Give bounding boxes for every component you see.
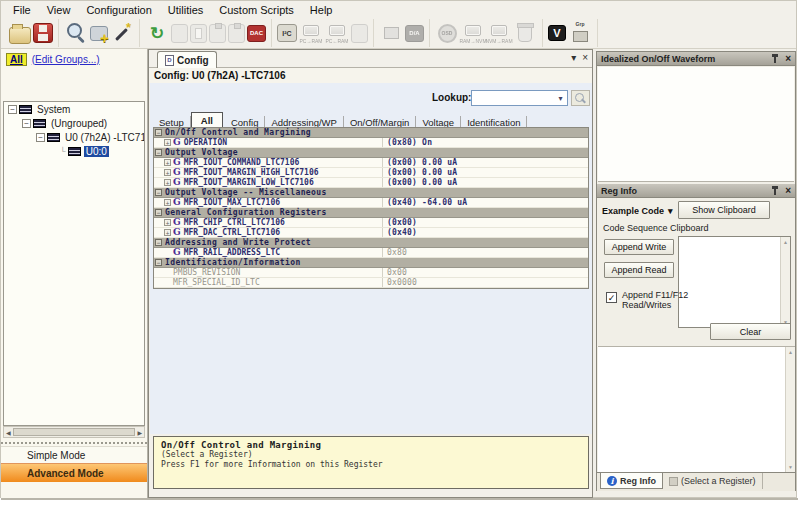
menu-custom-scripts[interactable]: Custom Scripts bbox=[211, 3, 302, 17]
append-f11-f12-label: Append F11/F12 Read/Writes bbox=[622, 290, 688, 310]
dac-utility-button[interactable]: DAC bbox=[247, 25, 266, 42]
menu-utilities[interactable]: Utilities bbox=[160, 3, 211, 17]
config-tab[interactable]: D Config bbox=[157, 51, 217, 68]
ram-utility-button bbox=[351, 24, 368, 43]
code-sequence-clipboard-textarea[interactable]: ▲▼ bbox=[678, 236, 791, 328]
register-value: (0x00) 0.00 uA bbox=[383, 158, 588, 167]
register-group-header[interactable]: −On/Off Control and Margining bbox=[154, 128, 588, 138]
tree-node-u0-7h2a-ltc7106[interactable]: −U0 (7h2A) -LTC7106 bbox=[4, 130, 144, 144]
register-row-operation[interactable]: +GOPERATION(0x80) On bbox=[154, 138, 588, 148]
go-online-button[interactable]: ↻ bbox=[145, 21, 169, 45]
group-commands-button[interactable]: Grp bbox=[568, 21, 592, 45]
open-config-button[interactable] bbox=[9, 27, 31, 44]
tree-node-system[interactable]: −System bbox=[4, 102, 144, 116]
scrollbar-thumb[interactable] bbox=[13, 428, 136, 436]
append-f11-f12-checkbox[interactable]: ✓ bbox=[606, 292, 617, 303]
close-icon[interactable]: × bbox=[582, 52, 588, 63]
register-row-mfr-iout-command-ltc7106[interactable]: +GMFR_IOUT_COMMAND_LTC7106(0x00) 0.00 uA bbox=[154, 158, 588, 168]
tree-collapse-icon[interactable]: − bbox=[22, 119, 31, 128]
tree-collapse-icon[interactable]: − bbox=[36, 133, 45, 142]
application-window: FileViewConfigurationUtilitiesCustom Scr… bbox=[0, 0, 797, 498]
expand-icon[interactable]: + bbox=[164, 159, 171, 166]
clipboard-scrollbar[interactable]: ▲▼ bbox=[780, 237, 790, 327]
info-icon: i bbox=[607, 476, 617, 486]
config-title: Config: U0 (7h2A) -LTC7106 bbox=[149, 68, 592, 83]
expand-icon[interactable]: + bbox=[164, 169, 171, 176]
lookup-search-button[interactable] bbox=[571, 90, 590, 106]
find-register-button[interactable] bbox=[64, 21, 88, 45]
scroll-right-icon[interactable]: ▶ bbox=[137, 429, 142, 436]
tree-collapse-icon[interactable]: − bbox=[8, 105, 17, 114]
register-value: (0x00) 0.00 uA bbox=[383, 178, 588, 187]
group-collapse-icon[interactable]: − bbox=[155, 149, 162, 156]
menu-view[interactable]: View bbox=[39, 3, 79, 17]
register-row-mfr-iout-margin-high-ltc7106[interactable]: +GMFR_IOUT_MARGIN_HIGH_LTC7106(0x00) 0.0… bbox=[154, 168, 588, 178]
dock-tab-select-a-register[interactable]: (Select a Register) bbox=[663, 473, 763, 489]
add-device-button[interactable] bbox=[90, 26, 108, 41]
group-collapse-icon[interactable]: − bbox=[155, 189, 162, 196]
expand-icon[interactable]: + bbox=[164, 179, 171, 186]
example-code-dropdown[interactable]: Example Code ▾ bbox=[602, 203, 676, 219]
append-write-button[interactable]: Append Write bbox=[604, 239, 674, 255]
menu-help[interactable]: Help bbox=[302, 3, 341, 17]
toolbar-group bbox=[4, 19, 59, 47]
close-icon[interactable]: × bbox=[785, 186, 791, 196]
chevron-down-icon[interactable]: ▾ bbox=[554, 91, 567, 105]
pin-icon[interactable] bbox=[771, 186, 779, 195]
close-icon[interactable]: × bbox=[785, 54, 791, 64]
tree-node-ungrouped[interactable]: −(Ungrouped) bbox=[4, 116, 144, 130]
scroll-left-icon[interactable]: ◀ bbox=[6, 429, 11, 436]
dock-menu-icon[interactable]: ▾ bbox=[571, 52, 576, 63]
global-register-icon: G bbox=[173, 198, 181, 207]
all-groups-badge[interactable]: All bbox=[6, 53, 27, 66]
save-config-button[interactable] bbox=[33, 23, 53, 43]
group-collapse-icon[interactable]: − bbox=[155, 239, 162, 246]
register-row-mfr-dac-ctrl-ltc7106[interactable]: +GMFR_DAC_CTRL_LTC7106(0x40) bbox=[154, 228, 588, 238]
register-group-header[interactable]: −Addressing and Write Protect bbox=[154, 238, 588, 248]
reg-info-panel-header: Reg Info × bbox=[597, 184, 795, 198]
register-row-mfr-iout-max-ltc7106[interactable]: +GMFR_IOUT_MAX_LTC7106(0x40) -64.00 uA bbox=[154, 198, 588, 208]
expand-icon[interactable]: + bbox=[164, 199, 171, 206]
expand-icon[interactable]: + bbox=[164, 229, 171, 236]
expand-icon[interactable]: + bbox=[164, 139, 171, 146]
toolbar-group: ↻DAC bbox=[140, 19, 272, 47]
reg-info-scrollbar[interactable]: ▲▼ bbox=[785, 347, 795, 472]
register-name-cell: +GMFR_IOUT_COMMAND_LTC7106 bbox=[164, 158, 383, 167]
lookup-input[interactable]: ▾ bbox=[471, 90, 568, 106]
expand-icon[interactable]: + bbox=[164, 219, 171, 226]
register-group-header[interactable]: −Identification/Information bbox=[154, 258, 588, 268]
toolbar-group: I²CPC→RAMPC←RAM bbox=[272, 19, 374, 47]
group-collapse-icon[interactable]: − bbox=[155, 259, 162, 266]
tree-horizontal-scrollbar[interactable]: ◀ ▶ bbox=[3, 426, 145, 438]
advanced-mode-item[interactable]: Advanced Mode bbox=[1, 463, 147, 482]
menu-file[interactable]: File bbox=[5, 3, 39, 17]
group-collapse-icon[interactable]: − bbox=[155, 209, 162, 216]
register-group-header[interactable]: −Output Voltage -- Miscellaneous bbox=[154, 188, 588, 198]
register-row-pmbus-revision[interactable]: +PMBUS_REVISION0x00 bbox=[154, 268, 588, 278]
register-row-mfr-special-id-ltc[interactable]: +MFR_SPECIAL_ID_LTC0x0000 bbox=[154, 278, 588, 288]
clear-button[interactable]: Clear bbox=[710, 323, 791, 340]
register-group-header[interactable]: −General Configuration Registers bbox=[154, 208, 588, 218]
dock-tab-reg-info[interactable]: iReg Info bbox=[600, 473, 663, 489]
chip-glyph bbox=[303, 25, 319, 36]
register-value: (0x80) On bbox=[383, 138, 588, 147]
group-collapse-icon[interactable]: − bbox=[155, 129, 162, 136]
vout-display-button[interactable]: V bbox=[548, 25, 566, 41]
icon-glyph: I²C bbox=[282, 30, 291, 37]
edit-groups-link[interactable]: (Edit Groups...) bbox=[32, 54, 100, 65]
show-clipboard-button[interactable]: Show Clipboard bbox=[678, 201, 770, 219]
register-row-mfr-rail-address-ltc[interactable]: +GMFR_RAIL_ADDRESS_LTC0x80 bbox=[154, 248, 588, 258]
group-filter-bar: All (Edit Groups...) bbox=[1, 49, 147, 69]
menu-bar: FileViewConfigurationUtilitiesCustom Scr… bbox=[1, 1, 796, 18]
append-read-button[interactable]: Append Read bbox=[604, 262, 674, 278]
pin-icon[interactable] bbox=[771, 54, 779, 63]
tree-node-u0-0[interactable]: └U0:0 bbox=[4, 144, 144, 158]
register-row-mfr-chip-ctrl-ltc7106[interactable]: +GMFR_CHIP_CTRL_LTC7106(0x00) bbox=[154, 218, 588, 228]
simple-mode-item[interactable]: Simple Mode bbox=[1, 446, 147, 463]
i2c-utility-button[interactable]: I²C bbox=[277, 24, 297, 42]
register-group-header[interactable]: −Output Voltage bbox=[154, 148, 588, 158]
register-value: 0x00 bbox=[383, 268, 588, 277]
register-row-mfr-iout-margin-low-ltc7106[interactable]: +GMFR_IOUT_MARGIN_LOW_LTC7106(0x00) 0.00… bbox=[154, 178, 588, 188]
config-wizard-button[interactable] bbox=[110, 21, 134, 45]
menu-configuration[interactable]: Configuration bbox=[78, 3, 159, 17]
